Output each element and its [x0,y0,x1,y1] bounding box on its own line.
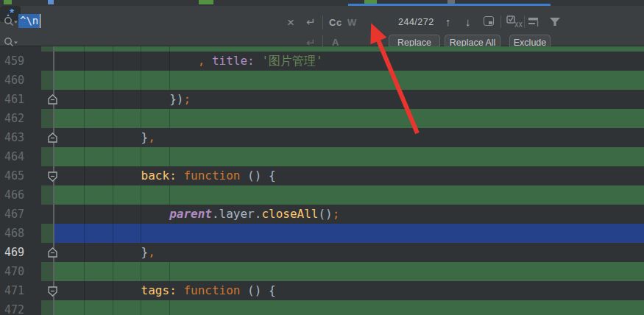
gutter-separator [53,109,54,128]
indent-guide [141,147,141,166]
indent-guide [84,109,85,128]
search-match-gutter-stripe [41,262,53,281]
gutter-separator [53,205,54,224]
code-line-460[interactable]: 460 [0,71,644,90]
gutter-separator [53,262,54,281]
previous-occurrence-icon[interactable]: ↑ [445,16,451,27]
code-line-464[interactable]: 464 [0,147,644,166]
code-line-461[interactable]: 461 }); [0,90,644,109]
search-match-gutter-stripe [41,300,53,315]
indent-guide [141,46,141,52]
line-number: 472 [4,300,37,315]
code-line-463[interactable]: 463 }, [0,128,644,147]
line-number: 463 [4,128,37,147]
divider [500,15,501,28]
svg-text:I: I [537,20,539,27]
code-line-470[interactable]: 470 [0,262,644,281]
code-line-467[interactable]: 467 parent.layer.closeAll(); [0,205,644,224]
code-text: }, [56,243,155,262]
indent-guide [84,300,85,315]
code-line-471[interactable]: 471 tags: function () { [0,281,644,300]
code-line-462[interactable]: 462 [0,109,644,128]
line-number: 467 [4,205,37,224]
search-match-gutter-stripe [41,224,53,243]
line-number: 469 [4,243,37,262]
svg-text:XX: XX [514,22,523,28]
insert-newline-icon[interactable]: ↵ [306,16,316,27]
gutter-separator [53,300,54,315]
indent-guide [169,109,170,128]
match-case-toggle[interactable]: Cc [329,17,342,28]
indent-guide [113,71,113,90]
search-match-gutter-stripe [41,147,53,166]
indent-guide [84,147,85,166]
file-tab-icon[interactable] [4,0,12,4]
search-match-gutter-stripe [41,205,53,224]
line-number: 462 [4,109,37,128]
indent-guide [84,71,85,90]
search-match-gutter-stripe [41,185,53,205]
code-text: }, [56,128,155,147]
indent-guide [113,185,113,205]
indent-guide [113,147,113,166]
indent-guide [113,224,113,243]
close-icon[interactable]: × [287,16,294,29]
code-line-472[interactable]: 472 [0,300,644,315]
indent-guide [141,185,141,205]
line-number: 468 [4,224,37,243]
line-number: 461 [4,90,37,109]
search-input[interactable]: ^\n [18,15,40,26]
gutter-separator [53,185,54,205]
code-text: back: function () { [56,166,276,185]
code-text: }); [56,90,191,109]
search-match-gutter-stripe [41,109,53,128]
line-number: 464 [4,147,37,166]
code-line-469[interactable]: 469 }, [0,243,644,262]
indent-guide [169,147,170,166]
file-tab-icon[interactable] [48,0,54,4]
indent-guide [84,185,85,205]
line-number: 466 [4,185,37,205]
indent-guide [169,71,170,90]
indent-guide [84,262,85,281]
code-line-459[interactable]: 459 , title: '图片管理' [0,52,644,71]
indent-guide [113,109,113,128]
indent-guide [113,46,113,52]
line-number: 465 [4,166,37,185]
indent-guide [169,185,170,205]
indent-guide [84,224,85,243]
indent-guide [169,262,170,281]
divider [524,15,525,28]
search-match-gutter-stripe [41,52,53,71]
indent-guide [169,300,170,315]
indent-guide [141,262,141,281]
indent-guide [141,71,141,90]
open-in-find-window-icon[interactable] [484,16,494,26]
gutter-separator [53,147,54,166]
indent-guide [113,300,113,315]
code-text: , title: '图片管理' [56,52,323,71]
select-occurrences-icon[interactable]: XX [506,15,523,31]
gutter-separator [53,71,54,90]
search-history-icon[interactable] [4,16,18,28]
gutter-separator [53,224,54,243]
gutter-separator [53,52,54,71]
filter-lines-icon[interactable]: I [528,17,542,30]
line-number: 470 [4,262,37,281]
search-match-gutter-stripe [41,71,53,90]
words-toggle[interactable]: W [347,17,357,28]
line-number: 459 [4,52,37,71]
code-text: tags: function () { [56,281,276,300]
match-counter: 244/272 [398,17,434,27]
code-line-468[interactable]: 468 [0,224,644,243]
code-editor[interactable]: 459 , title: '图片管理'460461 });462463 },46… [0,46,644,315]
code-line-partial[interactable] [0,46,644,52]
line-number: 471 [4,281,37,300]
code-line-465[interactable]: 465 back: function () { [0,166,644,185]
code-line-466[interactable]: 466 [0,185,644,205]
filter-funnel-icon[interactable] [549,16,561,29]
next-occurrence-icon[interactable]: ↓ [465,16,471,27]
gutter-separator [53,46,54,52]
indent-guide [141,224,141,243]
file-tab-icon[interactable] [199,0,213,4]
